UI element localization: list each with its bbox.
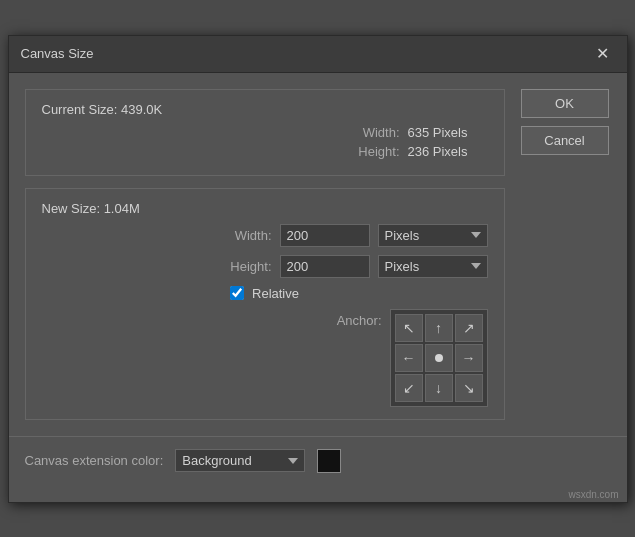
- width-input[interactable]: [280, 224, 370, 247]
- left-panel: Current Size: 439.0K Width: 635 Pixels H…: [25, 89, 505, 420]
- extension-color-select[interactable]: Background Foreground White Black Other.…: [175, 449, 305, 472]
- height-unit-select[interactable]: Pixels Percent Inches: [378, 255, 488, 278]
- current-width-value: 635 Pixels: [408, 125, 488, 140]
- current-height-value: 236 Pixels: [408, 144, 488, 159]
- anchor-bottom-right[interactable]: ↘: [455, 374, 483, 402]
- current-width-row: Width: 635 Pixels: [42, 125, 488, 140]
- width-unit-select[interactable]: Pixels Percent Inches: [378, 224, 488, 247]
- relative-row: Relative: [42, 286, 488, 301]
- new-height-label: Height:: [217, 259, 272, 274]
- anchor-middle-left[interactable]: ←: [395, 344, 423, 372]
- dialog-title: Canvas Size: [21, 46, 94, 61]
- dialog-body: Current Size: 439.0K Width: 635 Pixels H…: [9, 73, 627, 436]
- new-width-row: Width: Pixels Percent Inches: [42, 224, 488, 247]
- extension-color-label: Canvas extension color:: [25, 453, 164, 468]
- current-size-section: Current Size: 439.0K Width: 635 Pixels H…: [25, 89, 505, 176]
- anchor-dot: [435, 354, 443, 362]
- title-bar: Canvas Size ✕: [9, 36, 627, 73]
- anchor-label: Anchor:: [327, 309, 382, 328]
- right-panel: OK Cancel: [521, 89, 611, 420]
- relative-checkbox[interactable]: [230, 286, 244, 300]
- height-input[interactable]: [280, 255, 370, 278]
- canvas-size-dialog: Canvas Size ✕ Current Size: 439.0K Width…: [8, 35, 628, 503]
- current-height-row: Height: 236 Pixels: [42, 144, 488, 159]
- anchor-bottom-left[interactable]: ↙: [395, 374, 423, 402]
- anchor-top-center[interactable]: ↑: [425, 314, 453, 342]
- new-size-title: New Size: 1.04M: [42, 201, 488, 216]
- anchor-bottom-center[interactable]: ↓: [425, 374, 453, 402]
- ok-button[interactable]: OK: [521, 89, 609, 118]
- color-swatch[interactable]: [317, 449, 341, 473]
- bottom-bar: Canvas extension color: Background Foreg…: [9, 436, 627, 485]
- cancel-button[interactable]: Cancel: [521, 126, 609, 155]
- relative-label[interactable]: Relative: [252, 286, 299, 301]
- new-width-label: Width:: [217, 228, 272, 243]
- anchor-middle-right[interactable]: →: [455, 344, 483, 372]
- current-width-label: Width:: [350, 125, 400, 140]
- current-size-title: Current Size: 439.0K: [42, 102, 488, 117]
- anchor-top-left[interactable]: ↖: [395, 314, 423, 342]
- anchor-center[interactable]: [425, 344, 453, 372]
- current-height-label: Height:: [350, 144, 400, 159]
- watermark: wsxdn.com: [9, 485, 627, 502]
- anchor-row: Anchor: ↖ ↑ ↗ ← → ↙ ↓: [42, 309, 488, 407]
- new-size-section: New Size: 1.04M Width: Pixels Percent In…: [25, 188, 505, 420]
- anchor-grid: ↖ ↑ ↗ ← → ↙ ↓ ↘: [390, 309, 488, 407]
- anchor-top-right[interactable]: ↗: [455, 314, 483, 342]
- new-height-row: Height: Pixels Percent Inches: [42, 255, 488, 278]
- close-button[interactable]: ✕: [590, 44, 615, 64]
